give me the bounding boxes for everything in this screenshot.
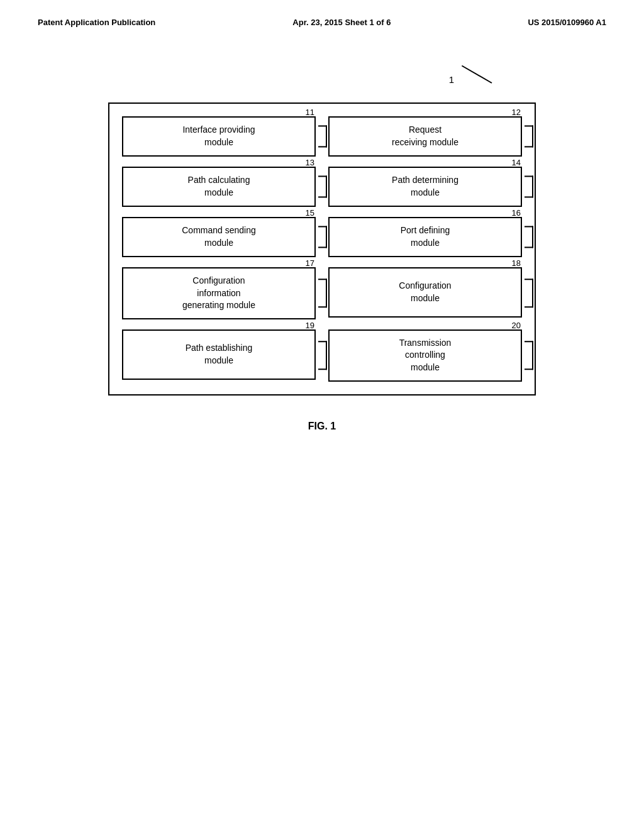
module-cell-18: Configurationmodule 18 xyxy=(328,267,522,319)
module-number-17: 17 xyxy=(306,258,314,268)
module-label-13: Path calculatingmodule xyxy=(188,174,250,199)
module-box-12: Requestreceiving module xyxy=(328,116,522,157)
bracket-12 xyxy=(525,125,533,147)
module-label-11: Interface providingmodule xyxy=(182,124,255,148)
module-number-20: 20 xyxy=(512,321,521,330)
module-number-15: 15 xyxy=(306,208,314,218)
module-cell-11: Interface providingmodule 11 xyxy=(122,116,316,157)
module-box-15: Command sendingmodule xyxy=(122,217,316,257)
diagram-outer-box: Interface providingmodule 11 Requestrece… xyxy=(108,102,536,396)
module-number-16: 16 xyxy=(512,208,521,218)
bracket-20 xyxy=(525,341,533,370)
annotation-line xyxy=(462,65,492,84)
module-cell-13: Path calculatingmodule 13 xyxy=(122,167,316,207)
bracket-18 xyxy=(525,279,533,308)
module-cell-19: Path establishingmodule 19 xyxy=(122,329,316,382)
bracket-14 xyxy=(525,175,533,197)
module-label-18: Configurationmodule xyxy=(399,280,451,304)
module-number-12: 12 xyxy=(512,108,521,117)
modules-grid: Interface providingmodule 11 Requestrece… xyxy=(122,116,522,382)
module-box-20: Transmissioncontrollingmodule xyxy=(328,329,522,382)
bracket-19 xyxy=(318,341,327,370)
bracket-15 xyxy=(318,226,327,248)
header-right: US 2015/0109960 A1 xyxy=(528,18,606,27)
module-number-19: 19 xyxy=(306,321,314,330)
diagram-top-label: 1 xyxy=(449,74,454,85)
module-label-14: Path determiningmodule xyxy=(392,174,458,199)
header-center: Apr. 23, 2015 Sheet 1 of 6 xyxy=(292,18,391,27)
module-label-15: Command sendingmodule xyxy=(182,224,256,249)
module-cell-12: Requestreceiving module 12 xyxy=(328,116,522,157)
module-box-13: Path calculatingmodule xyxy=(122,167,316,207)
module-label-16: Port definingmodule xyxy=(401,224,450,249)
module-number-14: 14 xyxy=(512,158,521,167)
module-box-14: Path determiningmodule xyxy=(328,167,522,207)
module-number-13: 13 xyxy=(306,158,314,167)
bracket-16 xyxy=(525,226,533,248)
module-label-17: Configurationinformationgenerating modul… xyxy=(182,275,255,312)
module-box-16: Port definingmodule xyxy=(328,217,522,257)
module-cell-16: Port definingmodule 16 xyxy=(328,217,522,257)
module-box-11: Interface providingmodule xyxy=(122,116,316,157)
module-cell-14: Path determiningmodule 14 xyxy=(328,167,522,207)
page-header: Patent Application Publication Apr. 23, … xyxy=(0,0,644,27)
module-label-20: Transmissioncontrollingmodule xyxy=(399,337,452,374)
module-cell-17: Configurationinformationgenerating modul… xyxy=(122,267,316,319)
figure-caption: FIG. 1 xyxy=(0,421,644,432)
module-label-19: Path establishingmodule xyxy=(186,342,253,367)
module-box-18: Configurationmodule xyxy=(328,267,522,318)
module-cell-15: Command sendingmodule 15 xyxy=(122,217,316,257)
bracket-13 xyxy=(318,175,327,197)
module-number-18: 18 xyxy=(512,258,521,268)
bracket-11 xyxy=(318,125,327,147)
module-number-11: 11 xyxy=(306,108,314,117)
module-label-12: Requestreceiving module xyxy=(392,124,458,148)
module-cell-20: Transmissioncontrollingmodule 20 xyxy=(328,329,522,382)
module-box-17: Configurationinformationgenerating modul… xyxy=(122,267,316,319)
module-box-19: Path establishingmodule xyxy=(122,329,316,380)
diagram-label-area: 1 xyxy=(108,71,536,102)
bracket-17 xyxy=(318,279,327,308)
header-left: Patent Application Publication xyxy=(38,18,155,27)
